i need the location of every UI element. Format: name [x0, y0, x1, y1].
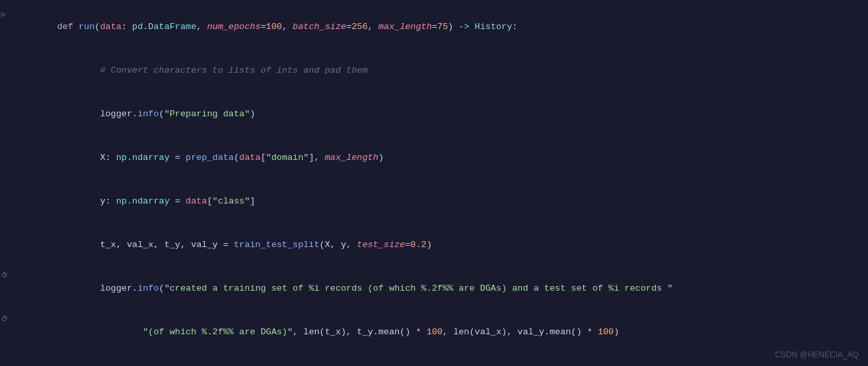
var-logger2: logger: [57, 283, 132, 293]
str-created: "created a training set of %i records (o…: [164, 283, 673, 293]
gutter-icon-7: ⏱: [1, 269, 8, 283]
code-line-3: logger.info("Preparing data"): [0, 92, 868, 136]
str-preparing: "Preparing data": [164, 109, 250, 119]
code-text-4: X: np.ndarray = prep_data(data["domain"]…: [25, 136, 863, 180]
var-logger: logger: [57, 109, 132, 119]
method-info2: info: [137, 283, 159, 293]
gutter-icon-1: ▷: [1, 7, 6, 22]
val-100: 100: [266, 22, 282, 32]
param-data: data: [100, 22, 121, 32]
param-test-size: test_size: [357, 240, 405, 250]
code-text-6: t_x, val_x, t_y, val_y = train_test_spli…: [25, 223, 863, 267]
arrow-return: ->: [458, 22, 474, 32]
val-256: 256: [351, 22, 367, 32]
keyword-def: def: [57, 22, 79, 32]
code-text-b1: [25, 354, 863, 366]
code-text-2: # Convert characters to lists of ints an…: [25, 49, 863, 92]
watermark: CSDN @HENECIA_AQ: [775, 350, 859, 359]
code-line-blank1: [0, 354, 868, 366]
type-dataframe: pd.DataFrame: [132, 22, 196, 32]
code-line-1: ▷ def run(data: pd.DataFrame, num_epochs…: [0, 5, 868, 49]
param-num-epochs: num_epochs: [207, 22, 260, 32]
code-text-1: def run(data: pd.DataFrame, num_epochs=1…: [25, 5, 863, 49]
code-line-5: y: np.ndarray = data["class"]: [0, 180, 868, 223]
var-split: t_x, val_x, t_y, val_y =: [57, 240, 234, 250]
code-text-5: y: np.ndarray = data["class"]: [25, 180, 863, 223]
comment-convert: # Convert characters to lists of ints an…: [57, 65, 368, 75]
code-line-6: t_x, val_x, t_y, val_y = train_test_spli…: [0, 223, 868, 267]
val-100: 100: [427, 327, 443, 337]
type-ndarray1: np.ndarray: [116, 153, 170, 163]
val-100b: 100: [598, 327, 614, 337]
method-info: info: [137, 109, 159, 119]
code-text-7: logger.info("created a training set of %…: [25, 267, 863, 311]
code-line-2: # Convert characters to lists of ints an…: [0, 49, 868, 92]
param-data-class: data: [186, 196, 207, 206]
var-X: X: [57, 153, 106, 163]
type-ndarray2: np.ndarray: [116, 196, 170, 206]
fn-run: run: [79, 22, 94, 32]
param-data-domain: data: [239, 153, 260, 163]
code-line-7: ⏱ logger.info("created a training set of…: [0, 267, 868, 311]
param-max-length: max_length: [379, 22, 432, 32]
gutter-icon-8: ⏱: [1, 312, 8, 327]
code-line-8: ⏱ "(of which %.2f%% are DGAs)", len(t_x)…: [0, 311, 868, 354]
val-02: 0.2: [410, 240, 426, 250]
param-max-length2: max_length: [325, 153, 379, 163]
fn-split: train_test_split: [234, 240, 320, 250]
val-75: 75: [437, 22, 448, 32]
str-class: "class": [213, 196, 250, 206]
code-container: ▷ def run(data: pd.DataFrame, num_epochs…: [0, 0, 868, 366]
code-text-3: logger.info("Preparing data"): [25, 92, 863, 136]
fn-prep-data: prep_data: [186, 153, 234, 163]
type-history: History: [475, 22, 513, 32]
str-domain: "domain": [266, 153, 309, 163]
var-y: y: [57, 196, 106, 206]
param-batch-size: batch_size: [293, 22, 346, 32]
code-line-4: X: np.ndarray = prep_data(data["domain"]…: [0, 136, 868, 180]
code-text-8: "(of which %.2f%% are DGAs)", len(t_x), …: [25, 311, 863, 354]
str-of-which: "(of which %.2f%% are DGAs)": [143, 327, 293, 337]
